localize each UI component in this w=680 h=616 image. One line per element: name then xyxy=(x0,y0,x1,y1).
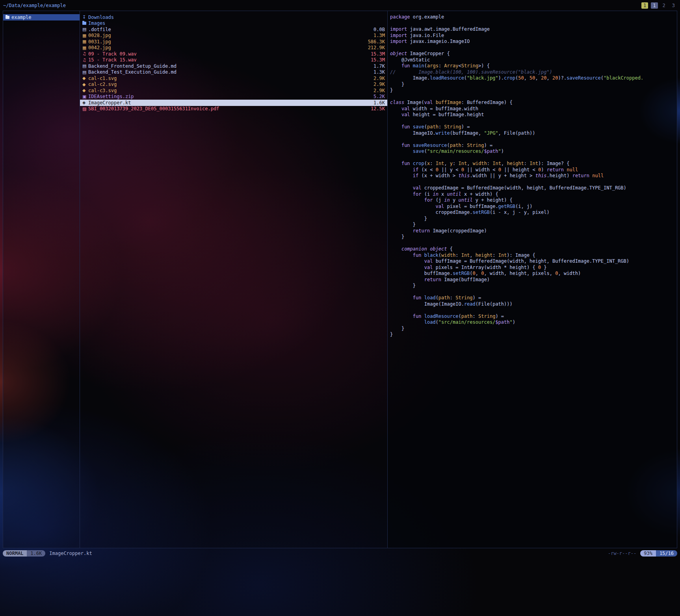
code-line: val width = buffImage.width xyxy=(390,106,677,112)
tab-list: 1123 xyxy=(639,2,677,9)
tab-1[interactable]: 1 xyxy=(651,2,658,9)
file-name: cal-c2.svg xyxy=(88,82,370,87)
code-line xyxy=(390,289,677,295)
code-line xyxy=(390,155,677,161)
file-name: cal-c3.svg xyxy=(88,88,370,93)
code-line: fun main(args: Array<String>) { xyxy=(390,63,677,69)
file-row[interactable]: Images xyxy=(80,20,387,27)
folder-icon xyxy=(6,16,9,19)
code-line: fun load(path: String) = xyxy=(390,295,677,301)
code-line xyxy=(390,136,677,143)
code-line xyxy=(390,240,677,247)
file-icon: ▤ xyxy=(82,27,88,32)
code-line: fun save(path: String) = xyxy=(390,124,677,130)
file-size: 586.3K xyxy=(368,39,385,45)
file-row[interactable]: ◆cal-c3.svg2.9K xyxy=(80,87,387,94)
file-name: .dotfile xyxy=(88,27,370,32)
code-line: fun loadResource(path: String) = xyxy=(390,314,677,320)
svg-icon: ◆ xyxy=(82,88,88,93)
parent-item-example[interactable]: example xyxy=(3,14,80,20)
statusbar-right: -rw-r--r-- 93% 15/16 xyxy=(608,550,677,557)
code-line: return Image(buffImage) xyxy=(390,277,677,283)
code-line: import java.io.File xyxy=(390,33,677,39)
parent-pane[interactable]: example xyxy=(3,11,80,548)
code-line: Image(ImageIO.read(File(path))) xyxy=(390,301,677,308)
file-name: 0042.jpg xyxy=(88,45,365,50)
code-line: val height = buffImage.height xyxy=(390,112,677,118)
code-line: @JvmStatic xyxy=(390,57,677,63)
code-line: return Image(croppedImage) xyxy=(390,228,677,234)
code-line: val pixels = IntArray(width * height) { … xyxy=(390,265,677,271)
file-row[interactable]: ♫15 - Track 15.wav15.3M xyxy=(80,57,387,63)
file-name: Images xyxy=(88,20,382,26)
code-line: } xyxy=(390,82,677,88)
file-row[interactable]: ▣IDEAsettings.zip5.2K xyxy=(80,94,387,100)
file-name: 0031.jpg xyxy=(88,39,365,45)
audio-icon: ♫ xyxy=(82,58,88,63)
file-row[interactable]: ↧Downloads xyxy=(80,14,387,20)
file-size: 1.6K xyxy=(373,100,385,106)
code-line: if (x + width > this.width || y + height… xyxy=(390,173,677,179)
file-size: 212.9K xyxy=(368,45,385,50)
tab-2[interactable]: 2 xyxy=(661,2,667,9)
mode-badge: NORMAL xyxy=(3,550,27,557)
code-line: if (x < 0 || y < 0 || width < 0 || heigh… xyxy=(390,167,677,173)
topbar: ~/Data/example/example 1123 xyxy=(3,2,677,9)
file-row[interactable]: ◈ImageCropper.kt1.6K xyxy=(80,100,387,106)
file-row[interactable]: ▨SBI_0032013739_2023_DE05_0003155631Invo… xyxy=(80,106,387,112)
file-row[interactable]: ▦0042.jpg212.9K xyxy=(80,45,387,51)
code-line xyxy=(390,20,677,27)
file-size: 2.9K xyxy=(373,88,385,93)
code-line: fun black(width: Int, height: Int): Imag… xyxy=(390,252,677,259)
markdown-icon: ▤ xyxy=(82,70,88,75)
code-line: save("src/main/resources/$path") xyxy=(390,148,677,155)
scroll-percent: 93% xyxy=(640,550,656,557)
code-line: // Image.black(100, 100).saveResource("b… xyxy=(390,69,677,76)
code-line: for (j in y until y + height) { xyxy=(390,197,677,204)
tab-1[interactable]: 1 xyxy=(641,2,648,9)
folder-icon xyxy=(82,22,86,25)
file-name: SBI_0032013739_2023_DE05_0003155631Invoi… xyxy=(88,106,368,111)
file-row[interactable]: ▤Backend_Test_Execution_Guide.md1.3K xyxy=(80,69,387,76)
file-row[interactable]: ▤.dotfile0.0B xyxy=(80,26,387,33)
file-size: 15.3M xyxy=(371,57,385,63)
file-size: 2.9K xyxy=(373,76,385,81)
kotlin-icon: ◈ xyxy=(82,100,88,105)
parent-item-label: example xyxy=(11,15,32,20)
main-panes: example ↧DownloadsImages▤.dotfile0.0B▦00… xyxy=(3,11,677,548)
file-row[interactable]: ♫09 - Track 09.wav15.3M xyxy=(80,51,387,57)
code-line: import java.awt.image.BufferedImage xyxy=(390,26,677,33)
statusbar: NORMAL 1.6K ImageCropper.kt -rw-r--r-- 9… xyxy=(3,550,677,557)
code-line: } xyxy=(390,332,677,338)
code-line: fun crop(x: Int, y: Int, width: Int, hei… xyxy=(390,161,677,167)
file-row[interactable]: ◆cal-c1.svg2.9K xyxy=(80,75,387,82)
code-line: val croppedImage = BufferedImage(width, … xyxy=(390,185,677,191)
file-name: ImageCropper.kt xyxy=(88,100,370,106)
markdown-icon: ▤ xyxy=(82,63,88,69)
position-indicator: 15/16 xyxy=(656,550,677,557)
file-row[interactable]: ◆cal-c2.svg2.9K xyxy=(80,82,387,88)
file-size: 15.3M xyxy=(371,51,385,57)
file-size: 2.9K xyxy=(373,82,385,87)
file-name: cal-c1.svg xyxy=(88,76,370,81)
statusbar-filename: ImageCropper.kt xyxy=(49,551,92,556)
image-icon: ▦ xyxy=(82,45,88,50)
file-name: Downloads xyxy=(88,15,382,20)
pdf-icon: ▨ xyxy=(82,106,88,111)
breadcrumb-path: ~/Data/example/example xyxy=(3,3,66,8)
preview-pane[interactable]: package org.exampleimport java.awt.image… xyxy=(388,11,677,548)
file-name: 0028.jpg xyxy=(88,33,370,38)
file-size: 1.7K xyxy=(373,63,385,69)
code-line: ImageIO.write(buffImage, "JPG", File(pat… xyxy=(390,130,677,137)
file-row[interactable]: ▤Backend_Frontend_Setup_Guide.md1.7K xyxy=(80,63,387,69)
code-line: import javax.imageio.ImageIO xyxy=(390,39,677,45)
image-icon: ▦ xyxy=(82,39,88,44)
file-row[interactable]: ▦0028.jpg1.3M xyxy=(80,33,387,39)
file-pane[interactable]: ↧DownloadsImages▤.dotfile0.0B▦0028.jpg1.… xyxy=(80,11,387,548)
file-name: 15 - Track 15.wav xyxy=(88,57,368,63)
file-row[interactable]: ▦0031.jpg586.3K xyxy=(80,39,387,45)
tab-3[interactable]: 3 xyxy=(670,2,677,9)
code-line: val pixel = buffImage.getRGB(i, j) xyxy=(390,204,677,210)
code-line xyxy=(390,307,677,314)
file-name: 09 - Track 09.wav xyxy=(88,51,368,57)
